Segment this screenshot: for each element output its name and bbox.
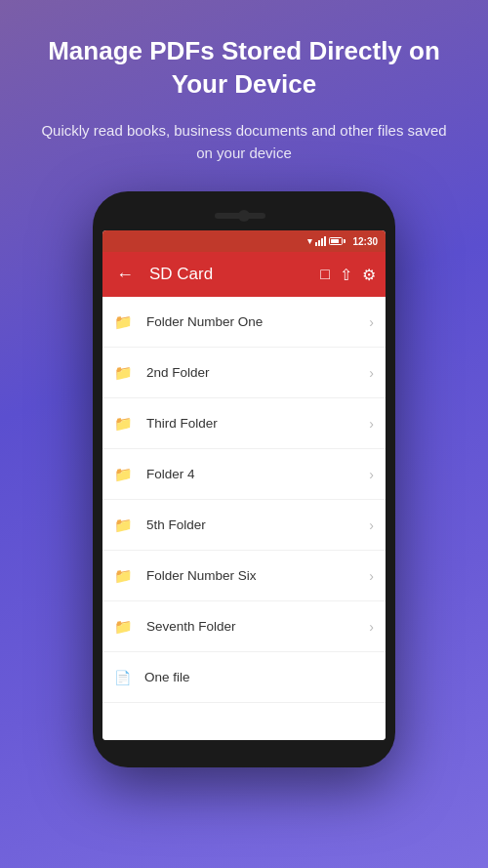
list-item[interactable]: 📁Folder Number One› [102,297,386,348]
list-item[interactable]: 📁Seventh Folder› [102,601,386,652]
list-item[interactable]: 📁5th Folder› [102,500,386,551]
hero-title: Manage PDFs Stored Directly on Your Devi… [0,35,488,102]
file-name: Folder Number One [146,314,369,329]
battery-icon [329,237,346,245]
phone-bottom-bar [102,740,386,754]
phone-top-bar [102,205,386,227]
back-button[interactable]: ← [112,261,138,289]
file-name: 2nd Folder [146,365,369,380]
phone-screen: ▾ 12:30 ← SD [102,230,386,740]
status-time: 12:30 [352,236,378,247]
chevron-right-icon: › [369,314,374,330]
file-name: One file [144,670,374,684]
wifi-icon: ▾ [307,236,312,246]
toolbar-title: SD Card [149,265,312,284]
folder-icon: 📁 [114,466,133,483]
settings-icon[interactable]: ⚙ [362,266,376,284]
status-icons: ▾ 12:30 [307,236,378,247]
folder-icon: 📁 [114,415,133,433]
chevron-right-icon: › [369,619,374,635]
file-name: Folder 4 [146,467,369,481]
list-item[interactable]: 📁Folder 4› [102,449,386,500]
chevron-right-icon: › [369,568,374,584]
file-name: Third Folder [146,416,369,431]
phone-speaker [215,213,265,219]
copy-icon[interactable]: □ [320,266,330,283]
file-icon: 📄 [114,670,131,685]
folder-icon: 📁 [114,313,133,331]
chevron-right-icon: › [369,517,374,533]
chevron-right-icon: › [369,416,374,432]
file-name: 5th Folder [146,517,369,532]
folder-icon: 📁 [114,517,133,534]
chevron-right-icon: › [369,467,374,482]
file-name: Seventh Folder [146,619,369,634]
upload-icon[interactable]: ⇧ [340,266,352,284]
file-list: 📁Folder Number One›📁2nd Folder›📁Third Fo… [102,297,386,740]
folder-icon: 📁 [114,364,133,382]
list-item[interactable]: 📁Folder Number Six› [102,551,386,601]
app-toolbar: ← SD Card □ ⇧ ⚙ [102,252,386,297]
file-name: Folder Number Six [146,568,369,583]
hero-subtitle: Quickly read books, business documents a… [0,119,488,165]
status-bar: ▾ 12:30 [102,230,386,252]
folder-icon: 📁 [114,567,133,585]
list-item[interactable]: 📄One file [102,652,386,703]
list-item[interactable]: 📁2nd Folder› [102,348,386,398]
folder-icon: 📁 [114,618,133,636]
toolbar-icons: □ ⇧ ⚙ [320,266,376,284]
phone-device: ▾ 12:30 ← SD [93,191,395,767]
signal-icon [315,236,326,246]
chevron-right-icon: › [369,365,374,381]
list-item[interactable]: 📁Third Folder› [102,398,386,449]
